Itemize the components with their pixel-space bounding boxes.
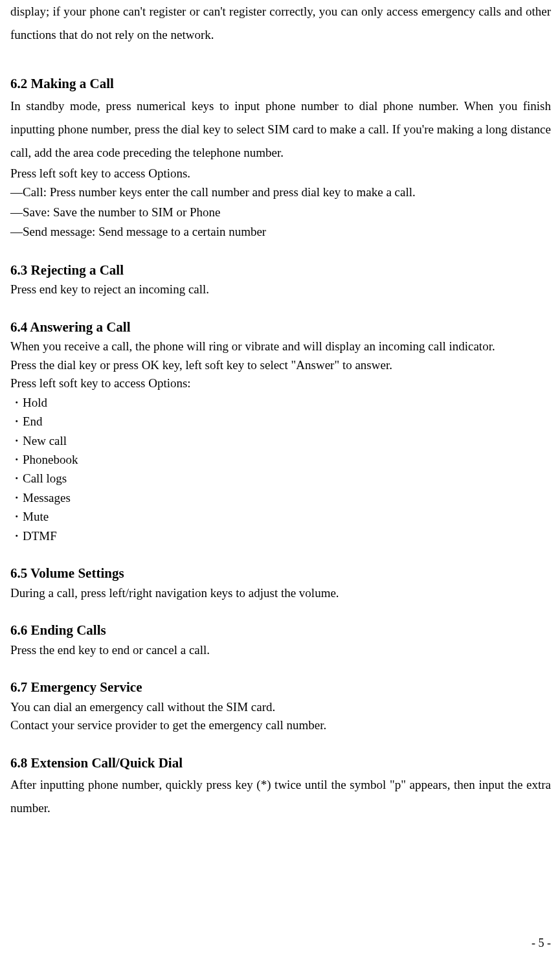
- s62-item-2: ―Save: Save the number to SIM or Phone: [10, 203, 551, 222]
- s63-p1: Press end key to reject an incoming call…: [10, 280, 551, 299]
- s64-bullet-2: ・End: [10, 412, 551, 431]
- s64-p2: Press the dial key or press OK key, left…: [10, 356, 551, 375]
- heading-6-3: 6.3 Rejecting a Call: [10, 260, 551, 281]
- s64-p1: When you receive a call, the phone will …: [10, 337, 551, 356]
- s64-bullet-1: ・Hold: [10, 393, 551, 412]
- s62-item-2-text: Save: Save the number to SIM or Phone: [23, 205, 221, 219]
- s62-item-3: ―Send message: Send message to a certain…: [10, 222, 551, 242]
- s64-bullet-5-text: Call logs: [23, 471, 67, 485]
- s62-item-1-text: Call: Press number keys enter the call n…: [23, 185, 416, 199]
- s64-bullet-6-text: Messages: [23, 491, 71, 504]
- heading-6-4: 6.4 Answering a Call: [10, 317, 551, 338]
- heading-6-7: 6.7 Emergency Service: [10, 677, 551, 698]
- s64-bullet-3: ・New call: [10, 431, 551, 450]
- s64-p3: Press left soft key to access Options:: [10, 374, 551, 393]
- intro-paragraph: display; if your phone can't register or…: [10, 0, 551, 47]
- s62-p2: Press left soft key to access Options.: [10, 164, 551, 183]
- s66-p1: Press the end key to end or cancel a cal…: [10, 641, 551, 660]
- s62-p1: In standby mode, press numerical keys to…: [10, 95, 551, 164]
- heading-6-6: 6.6 Ending Calls: [10, 620, 551, 641]
- s64-bullet-8: ・DTMF: [10, 527, 551, 545]
- s64-bullet-5: ・Call logs: [10, 469, 551, 488]
- heading-6-2: 6.2 Making a Call: [10, 74, 551, 95]
- s62-item-3-text: Send message: Send message to a certain …: [23, 225, 266, 238]
- heading-6-5: 6.5 Volume Settings: [10, 563, 551, 584]
- s68-p1: After inputting phone number, quickly pr…: [10, 773, 551, 820]
- s64-bullet-3-text: New call: [23, 434, 67, 448]
- s64-bullet-8-text: DTMF: [23, 529, 57, 543]
- s67-p2: Contact your service provider to get the…: [10, 716, 551, 735]
- s64-bullet-6: ・Messages: [10, 488, 551, 507]
- s64-bullet-4: ・Phonebook: [10, 450, 551, 469]
- s64-bullet-4-text: Phonebook: [23, 453, 78, 466]
- page-number: - 5 -: [532, 936, 551, 950]
- s62-item-1: ―Call: Press number keys enter the call …: [10, 183, 551, 202]
- s65-p1: During a call, press left/right navigati…: [10, 584, 551, 603]
- s64-bullet-7-text: Mute: [23, 510, 49, 523]
- s64-bullet-7: ・Mute: [10, 507, 551, 526]
- s67-p1: You can dial an emergency call without t…: [10, 698, 551, 717]
- s64-bullet-2-text: End: [23, 414, 43, 428]
- heading-6-8: 6.8 Extension Call/Quick Dial: [10, 753, 551, 774]
- s64-bullet-1-text: Hold: [23, 396, 47, 409]
